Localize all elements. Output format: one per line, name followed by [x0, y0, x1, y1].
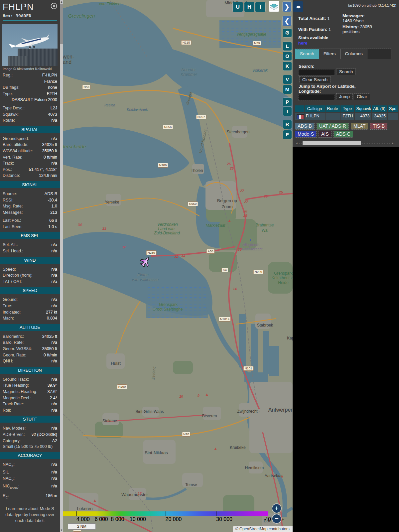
map-button-h[interactable]: H: [244, 2, 254, 12]
aircraft-data-sections: SPATIALGroundspeed:n/aBaro. altitude:340…: [0, 126, 60, 500]
data-value: 39.9°: [48, 382, 57, 389]
jump-button[interactable]: Jump: [336, 93, 353, 100]
total-aircraft-stat: Total Aircraft: 1: [298, 16, 330, 21]
map-canvas[interactable]: Middelharnisvan FlakkeeGrevelingenVentja…: [63, 0, 293, 532]
data-row: True Heading:39.9°: [3, 382, 57, 389]
data-row: TAT / OAT:n/a: [3, 279, 57, 285]
map-button-i[interactable]: I: [283, 107, 292, 116]
zoom-in-button[interactable]: +: [272, 504, 281, 513]
tab-filters[interactable]: Filters: [319, 49, 340, 59]
column-header[interactable]: Route: [326, 105, 340, 112]
data-value: 186 m: [46, 493, 57, 500]
column-header[interactable]: Squawk: [355, 105, 371, 112]
scroll-right-icon[interactable]: ▸: [392, 141, 394, 145]
data-row: Type Desc.:L2J: [3, 105, 57, 111]
badge-ads-b[interactable]: ADS-B: [295, 123, 314, 129]
data-label: Type:: [3, 91, 13, 97]
legend-tick: [111, 511, 111, 516]
badge-ads-c[interactable]: ADS-C: [334, 131, 353, 137]
panel-width-toggle-button[interactable]: ◀▶: [293, 1, 303, 12]
aircraft-photo[interactable]: [2, 24, 58, 66]
map-button-o[interactable]: O: [283, 52, 292, 61]
layers-icon: [269, 1, 279, 12]
scrollbar-thumb[interactable]: [60, 4, 63, 44]
layers-button[interactable]: [269, 1, 279, 12]
legend-tick-label: 8 000: [111, 516, 124, 522]
map-button-l[interactable]: L: [283, 42, 292, 51]
callsign-link[interactable]: FHLPN: [306, 114, 320, 118]
jump-clear-button[interactable]: Clear: [354, 93, 370, 100]
data-value: n/a: [52, 117, 57, 124]
badge-ais[interactable]: AIS: [319, 131, 331, 137]
map-button-m[interactable]: M: [283, 85, 292, 94]
search-button[interactable]: Search: [336, 68, 356, 75]
map-button-v[interactable]: V: [283, 75, 292, 84]
data-label: Mach:: [3, 315, 14, 322]
data-row: Pos.:51.417°, 4.118°: [3, 167, 57, 173]
section-rows: Groundspeed:n/aBaro. altitude:34025 ftWG…: [0, 134, 60, 179]
left-panel-scrollbar[interactable]: ▲ ▼: [60, 0, 63, 532]
jump-input[interactable]: [298, 94, 335, 100]
zoom-out-button[interactable]: −: [272, 514, 281, 523]
map-attribution[interactable]: © OpenStreetMap contributors.: [233, 526, 293, 532]
column-header[interactable]: Callsign: [305, 105, 325, 112]
section-rows: Ground:n/aTrue:n/aIndicated:277 ktMach:0…: [0, 295, 60, 321]
data-label: NACP:: [3, 462, 15, 469]
data-row: Geom. Rate:0 ft/min: [3, 352, 57, 358]
collapse-panel-button[interactable]: ❮: [283, 16, 291, 26]
column-header[interactable]: Alt. (ft): [372, 105, 387, 112]
scrollbar-thumb[interactable]: [303, 141, 361, 145]
data-value: n/a: [52, 136, 57, 142]
data-label: Geom. Rate:: [3, 352, 26, 358]
data-label: True Heading:: [3, 382, 29, 389]
close-icon[interactable]: [51, 3, 57, 9]
settings-button[interactable]: ⚙: [283, 29, 292, 37]
expand-panel-button[interactable]: ❯: [283, 2, 291, 12]
column-header[interactable]: Type: [340, 105, 354, 112]
data-value: 2.4°: [50, 395, 57, 401]
data-value: 0.804: [47, 315, 57, 322]
tab-search[interactable]: Search: [295, 49, 319, 59]
search-label: Search:: [299, 64, 315, 69]
badge-tis-b[interactable]: TIS-B: [370, 123, 387, 129]
data-label: Ground:: [3, 297, 18, 303]
badge-uat-ads-r[interactable]: UAT / ADS-R: [317, 123, 348, 129]
scroll-down-icon[interactable]: ▼: [60, 529, 63, 532]
aircraft-info-rows: Reg.:F-HLPNFranceDB flags:noneType:F2THD…: [0, 71, 60, 124]
data-row: Vert. Rate:0 ft/min: [3, 154, 57, 161]
legend-tick: [265, 511, 265, 516]
data-row: Track Rate:n/a: [3, 401, 57, 407]
clear-search-button[interactable]: Clear Search: [299, 76, 331, 83]
data-row: Direction (from):n/a: [3, 272, 57, 279]
data-row: NICBARO:n/a: [3, 483, 57, 491]
map-button-k[interactable]: K: [283, 62, 292, 70]
data-row: Source:ADS-B: [3, 191, 57, 197]
badge-mlat[interactable]: MLAT: [351, 123, 368, 129]
data-label: Groundspeed:: [3, 136, 29, 142]
data-label: Barometric:: [3, 333, 24, 340]
table-cell: [326, 113, 340, 120]
table-row[interactable]: FHLPNF2TH407334025: [295, 113, 399, 120]
data-label: Pos.:: [3, 167, 12, 173]
legend-tick-label: 20 000: [166, 516, 182, 522]
data-value: 34025 ft: [42, 333, 57, 340]
github-link[interactable]: tar1090 on github (3.14.1742): [348, 3, 396, 7]
scroll-up-icon[interactable]: ▲: [60, 0, 63, 3]
search-input[interactable]: [298, 69, 335, 75]
map-button-u[interactable]: U: [233, 2, 243, 12]
stats-here-link[interactable]: here: [298, 41, 307, 46]
map-button-t[interactable]: T: [255, 2, 265, 12]
stats-available-text: Stats available: [298, 35, 328, 40]
map-button-r[interactable]: R: [283, 120, 292, 129]
table-horizontal-scrollbar[interactable]: ◂ ▸: [295, 141, 394, 145]
scroll-left-icon[interactable]: ◂: [296, 141, 298, 145]
map-button-f[interactable]: F: [283, 130, 292, 139]
badge-mode-s[interactable]: Mode-S: [295, 131, 316, 137]
data-value[interactable]: F-HLPN: [42, 72, 57, 78]
data-label: Source:: [3, 191, 17, 197]
data-row: RSSI:-30.4: [3, 197, 57, 203]
column-header[interactable]: [295, 105, 304, 112]
map-button-p[interactable]: P: [283, 98, 292, 106]
tab-columns[interactable]: Columns: [340, 49, 367, 59]
column-header[interactable]: Spd.: [388, 105, 398, 112]
